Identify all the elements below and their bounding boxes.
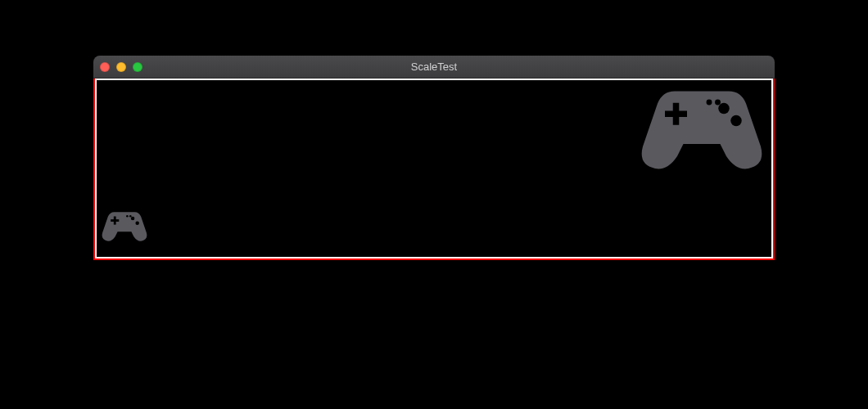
titlebar[interactable]: ScaleTest — [93, 56, 775, 79]
content-inner-border — [95, 79, 773, 258]
svg-rect-7 — [673, 103, 680, 125]
svg-point-2 — [131, 217, 134, 220]
content-area — [93, 79, 775, 260]
window-title: ScaleTest — [411, 61, 457, 73]
close-button[interactable] — [100, 62, 110, 72]
traffic-lights — [100, 62, 142, 72]
svg-point-4 — [126, 215, 129, 218]
svg-point-8 — [718, 103, 730, 115]
canvas — [97, 80, 771, 257]
svg-rect-1 — [114, 217, 116, 225]
minimize-button[interactable] — [116, 62, 126, 72]
svg-point-9 — [730, 115, 742, 127]
gamecontroller-icon — [640, 85, 763, 171]
gamecontroller-icon — [102, 209, 147, 242]
svg-point-11 — [715, 100, 721, 106]
app-window: ScaleTest — [93, 56, 775, 260]
svg-point-10 — [707, 100, 712, 106]
maximize-button[interactable] — [133, 62, 142, 72]
svg-point-3 — [135, 221, 138, 224]
svg-point-5 — [129, 215, 132, 218]
